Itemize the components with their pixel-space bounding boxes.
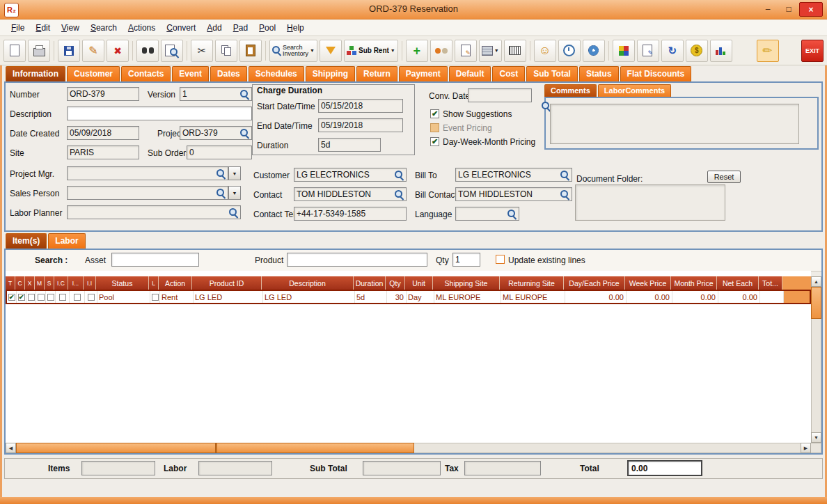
conv-date-field[interactable] bbox=[468, 88, 532, 102]
column-header-week-price[interactable]: Week Price bbox=[625, 276, 671, 290]
menu-pool[interactable]: Pool bbox=[253, 21, 281, 35]
menu-add[interactable]: Add bbox=[201, 21, 227, 35]
column-header-c[interactable]: C bbox=[15, 276, 25, 290]
show-suggestions-checkbox[interactable]: ✔ bbox=[430, 109, 439, 118]
column-header-tot[interactable]: Tot... bbox=[759, 276, 782, 290]
tab-sub-total[interactable]: Sub Total bbox=[526, 66, 578, 81]
column-header-action[interactable]: Action bbox=[159, 276, 192, 290]
menu-edit[interactable]: Edit bbox=[30, 21, 56, 35]
version-input[interactable] bbox=[182, 89, 240, 99]
project-field[interactable] bbox=[180, 126, 252, 140]
vertical-scrollbar-thumb[interactable] bbox=[811, 287, 821, 319]
new-document-button[interactable] bbox=[3, 40, 26, 62]
print-button[interactable] bbox=[28, 40, 50, 62]
money-button[interactable]: $ bbox=[686, 40, 708, 62]
copy-button[interactable] bbox=[215, 40, 237, 62]
project-mgr-input[interactable] bbox=[70, 168, 216, 178]
sales-person-field[interactable] bbox=[67, 186, 228, 200]
sales-person-input[interactable] bbox=[70, 188, 216, 198]
tab-labor-comments[interactable]: LaborComments bbox=[598, 84, 671, 97]
column-header-t[interactable]: T bbox=[6, 276, 15, 290]
funnel-button[interactable] bbox=[320, 40, 342, 62]
tab-shipping[interactable]: Shipping bbox=[306, 66, 355, 81]
contact-input[interactable] bbox=[297, 189, 395, 199]
chart-button[interactable] bbox=[710, 40, 732, 62]
row-checkbox-x[interactable] bbox=[28, 294, 35, 301]
qty-input[interactable] bbox=[455, 255, 478, 265]
start-date-field[interactable] bbox=[318, 99, 403, 113]
contact-tel-input[interactable] bbox=[297, 209, 404, 219]
qty-field[interactable] bbox=[452, 253, 480, 267]
column-header-product-id[interactable]: Product ID bbox=[192, 276, 262, 290]
tab-return[interactable]: Return bbox=[356, 66, 397, 81]
close-button[interactable]: × bbox=[799, 2, 823, 17]
customer-input[interactable] bbox=[297, 170, 395, 180]
description-input[interactable] bbox=[70, 109, 249, 118]
cut-button[interactable]: ✂ bbox=[191, 40, 213, 62]
column-header-status[interactable]: Status bbox=[96, 276, 149, 290]
scroll-down-button[interactable]: ▼ bbox=[811, 432, 821, 443]
tab-schedules[interactable]: Schedules bbox=[249, 66, 304, 81]
row-checkbox-m[interactable] bbox=[38, 294, 45, 301]
tab-payment[interactable]: Payment bbox=[399, 66, 448, 81]
sub-orders-input[interactable] bbox=[189, 148, 249, 157]
contact-tel-field[interactable] bbox=[294, 207, 407, 221]
edit-notes-button[interactable]: ✎ bbox=[637, 40, 659, 62]
maximize-button[interactable]: □ bbox=[780, 2, 798, 15]
paste-button[interactable] bbox=[239, 40, 262, 62]
update-existing-lines-checkbox[interactable] bbox=[496, 255, 505, 264]
menu-search[interactable]: Search bbox=[85, 21, 123, 35]
tab-event[interactable]: Event bbox=[172, 66, 209, 81]
minimize-button[interactable]: – bbox=[759, 2, 777, 15]
product-field[interactable] bbox=[287, 253, 427, 267]
column-header-i2[interactable]: I... bbox=[68, 276, 84, 290]
contact-field[interactable] bbox=[294, 187, 407, 201]
find-document-button[interactable] bbox=[161, 40, 183, 62]
batch-button[interactable]: ▼ bbox=[479, 40, 502, 62]
language-input[interactable] bbox=[458, 209, 507, 219]
cube-button[interactable] bbox=[613, 40, 635, 62]
duration-input[interactable] bbox=[321, 140, 378, 150]
project-mgr-field[interactable] bbox=[67, 166, 228, 180]
column-header-s[interactable]: S bbox=[45, 276, 54, 290]
tab-default[interactable]: Default bbox=[449, 66, 491, 81]
binoculars-button[interactable] bbox=[136, 40, 159, 62]
project-mgr-dropdown-button[interactable]: ▼ bbox=[228, 166, 241, 180]
row-checkbox-l[interactable] bbox=[152, 294, 159, 301]
end-date-field[interactable] bbox=[318, 118, 403, 132]
column-header-ic[interactable]: I.C bbox=[54, 276, 68, 290]
column-header-shipping-site[interactable]: Shipping Site bbox=[433, 276, 500, 290]
version-field[interactable] bbox=[180, 87, 252, 101]
site-field[interactable] bbox=[67, 145, 139, 159]
menu-pad[interactable]: Pad bbox=[228, 21, 253, 35]
column-header-returning-site[interactable]: Returning Site bbox=[500, 276, 564, 290]
menu-convert[interactable]: Convert bbox=[161, 21, 201, 35]
column-header-day-each-price[interactable]: Day/Each Price bbox=[564, 276, 625, 290]
column-header-m[interactable]: M bbox=[35, 276, 45, 290]
scrollbar-splitter[interactable] bbox=[215, 443, 217, 453]
search-icon[interactable] bbox=[240, 129, 249, 138]
site-input[interactable] bbox=[70, 148, 136, 157]
smiley-button[interactable]: ☺ bbox=[534, 40, 556, 62]
number-input[interactable] bbox=[70, 89, 136, 99]
search-icon[interactable] bbox=[560, 190, 569, 199]
end-date-input[interactable] bbox=[321, 120, 400, 130]
search-icon[interactable] bbox=[229, 208, 238, 217]
table-row[interactable]: ✔ ✔ Pool Rent LG LED LG LED 5d 30 Day ML… bbox=[6, 290, 811, 304]
search-icon[interactable] bbox=[216, 189, 226, 198]
day-week-month-checkbox[interactable]: ✔ bbox=[430, 137, 439, 146]
reset-button[interactable]: Reset bbox=[707, 171, 741, 183]
search-icon[interactable] bbox=[507, 210, 517, 219]
exit-button[interactable]: EXIT bbox=[801, 40, 824, 62]
date-created-field[interactable] bbox=[67, 126, 139, 140]
tab-information[interactable]: Information bbox=[6, 66, 65, 81]
search-inventory-button[interactable]: Search Inventory ▼ bbox=[269, 40, 317, 62]
edit-button[interactable]: ✎ bbox=[82, 40, 104, 62]
menu-actions[interactable]: Actions bbox=[123, 21, 161, 35]
duration-field[interactable] bbox=[318, 138, 381, 152]
tab-dates[interactable]: Dates bbox=[210, 66, 247, 81]
product-input[interactable] bbox=[290, 255, 425, 265]
search-icon[interactable] bbox=[240, 90, 249, 99]
row-checkbox-s[interactable] bbox=[47, 294, 54, 301]
column-header-l[interactable]: L bbox=[149, 276, 159, 290]
